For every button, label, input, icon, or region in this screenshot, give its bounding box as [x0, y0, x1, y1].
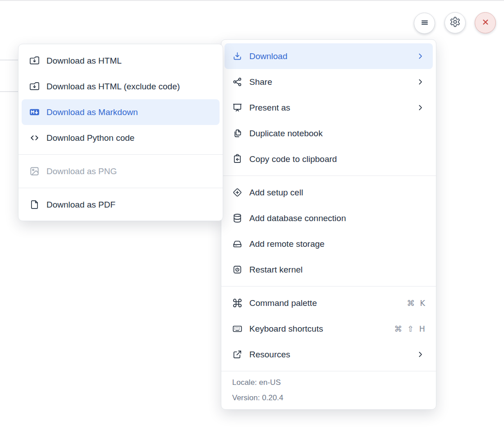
command-icon: [232, 298, 243, 308]
menu-item-label: Duplicate notebook: [249, 129, 425, 139]
close-icon: [480, 17, 491, 29]
menu-item-share[interactable]: Share: [221, 69, 436, 95]
locale-text: Locale: en-US: [221, 375, 436, 390]
underlying-cell-border: [0, 91, 18, 92]
menu-group: Download as HTML Download as HTML (exclu…: [18, 44, 223, 154]
hamburger-icon: [419, 17, 431, 30]
menu-item-label: Download as HTML: [46, 56, 212, 66]
menu-item-duplicate-notebook[interactable]: Duplicate notebook: [221, 120, 436, 146]
menu-item-label: Present as: [249, 103, 409, 113]
download-submenu: Download as HTML Download as HTML (exclu…: [18, 44, 223, 221]
menu-item-label: Download Python code: [46, 133, 212, 143]
version-text: Version: 0.20.4: [221, 390, 436, 406]
menu-item-download-as-pdf[interactable]: Download as PDF: [18, 192, 223, 217]
menu-item-label: Add remote storage: [249, 239, 425, 249]
menu-item-label: Share: [249, 77, 409, 87]
shortcut-hint: ⌘ K: [407, 299, 425, 308]
menu-group: Add setup cell Add database connection A…: [221, 176, 436, 286]
menu-footer: Locale: en-US Version: 0.20.4: [221, 371, 436, 410]
menu-item-download-as-html-exclude-code[interactable]: Download as HTML (exclude code): [18, 74, 223, 99]
diamond-plus-icon: [232, 187, 243, 198]
menu-group: Command palette ⌘ K Keyboard shortcuts ⌘…: [221, 287, 436, 371]
clipboard-arrow-icon: [232, 154, 243, 164]
shortcut-hint: ⌘ ⇧ H: [394, 324, 425, 333]
folder-down-icon: [29, 81, 40, 92]
menu-item-add-remote-storage[interactable]: Add remote storage: [221, 231, 436, 257]
code-icon: [29, 133, 40, 143]
menu-group: Download as PDF: [18, 188, 223, 221]
underlying-cell-border: [0, 60, 18, 60]
menu-item-copy-code[interactable]: Copy code to clipboard: [221, 146, 436, 172]
menu-item-label: Keyboard shortcuts: [249, 324, 388, 334]
menu-item-label: Add database connection: [249, 213, 425, 223]
gear-icon: [449, 16, 461, 29]
external-link-icon: [232, 349, 243, 360]
image-icon: [29, 166, 40, 176]
menu-item-keyboard-shortcuts[interactable]: Keyboard shortcuts ⌘ ⇧ H: [221, 316, 436, 342]
menu-item-label: Download: [249, 51, 409, 61]
chevron-right-icon: [416, 350, 425, 359]
keyboard-icon: [232, 324, 243, 334]
menu-item-download-python-code[interactable]: Download Python code: [18, 125, 223, 151]
menu-item-download-as-markdown[interactable]: Download as Markdown: [22, 99, 220, 125]
file-icon: [29, 199, 40, 210]
hard-drive-icon: [232, 239, 243, 249]
menu-item-label: Command palette: [249, 298, 400, 308]
notebook-menu-button[interactable]: [414, 13, 435, 34]
notebook-actions-menu: Download Share Present as Duplicate note…: [221, 39, 436, 410]
menu-item-label: Download as PDF: [46, 200, 212, 210]
menu-item-restart-kernel[interactable]: Restart kernel: [221, 257, 436, 282]
menu-item-label: Download as HTML (exclude code): [46, 82, 212, 92]
app-background: Download Share Present as Duplicate note…: [0, 0, 504, 444]
chevron-right-icon: [416, 103, 425, 112]
menu-item-label: Restart kernel: [249, 265, 425, 275]
power-icon: [232, 264, 243, 275]
menu-item-add-database-connection[interactable]: Add database connection: [221, 205, 436, 231]
menu-item-label: Add setup cell: [249, 188, 425, 198]
menu-item-label: Copy code to clipboard: [249, 154, 425, 164]
chevron-right-icon: [416, 77, 425, 87]
page-top-border: [0, 0, 504, 1]
presentation-icon: [232, 102, 243, 113]
menu-item-command-palette[interactable]: Command palette ⌘ K: [221, 290, 436, 316]
database-icon: [232, 213, 243, 223]
settings-button[interactable]: [444, 12, 466, 33]
menu-group: Download Share Present as Duplicate note…: [221, 40, 436, 176]
menu-item-label: Resources: [249, 350, 409, 360]
share-icon: [232, 77, 243, 87]
menu-item-label: Download as Markdown: [46, 107, 212, 117]
duplicate-icon: [232, 128, 243, 139]
menu-item-download-as-png[interactable]: Download as PNG: [18, 158, 223, 184]
download-icon: [232, 51, 243, 61]
chevron-right-icon: [416, 51, 425, 61]
menu-item-download-as-html[interactable]: Download as HTML: [18, 48, 223, 74]
menu-group: Download as PNG: [18, 155, 223, 188]
menu-item-resources[interactable]: Resources: [221, 342, 436, 367]
menu-item-present-as[interactable]: Present as: [221, 95, 436, 120]
menu-item-label: Download as PNG: [46, 166, 212, 176]
markdown-icon: [29, 107, 40, 117]
menu-item-download[interactable]: Download: [225, 43, 433, 69]
shutdown-button[interactable]: [475, 12, 496, 33]
folder-down-icon: [29, 56, 40, 66]
menu-item-add-setup-cell[interactable]: Add setup cell: [221, 180, 436, 205]
